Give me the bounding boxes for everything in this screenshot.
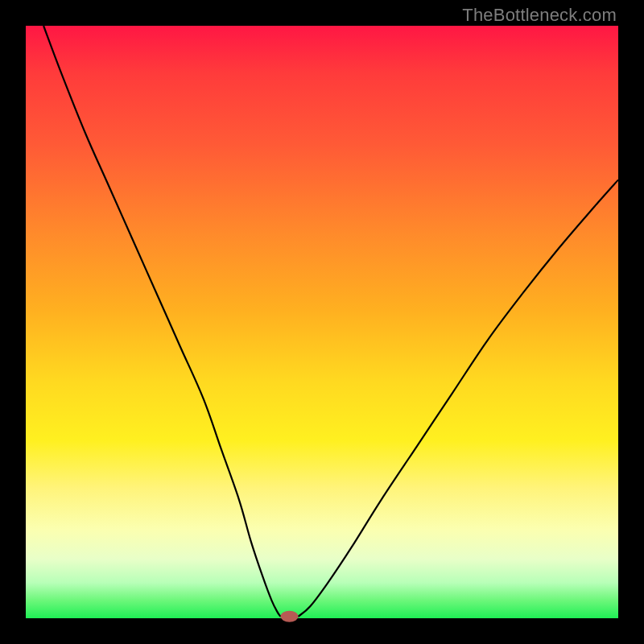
curve-layer (26, 26, 618, 618)
curve-left (43, 26, 280, 617)
optimal-marker (281, 611, 299, 622)
chart-frame: TheBottleneck.com (0, 0, 644, 644)
curve-right (299, 180, 618, 616)
plot-area (26, 26, 618, 618)
watermark-text: TheBottleneck.com (462, 5, 617, 26)
